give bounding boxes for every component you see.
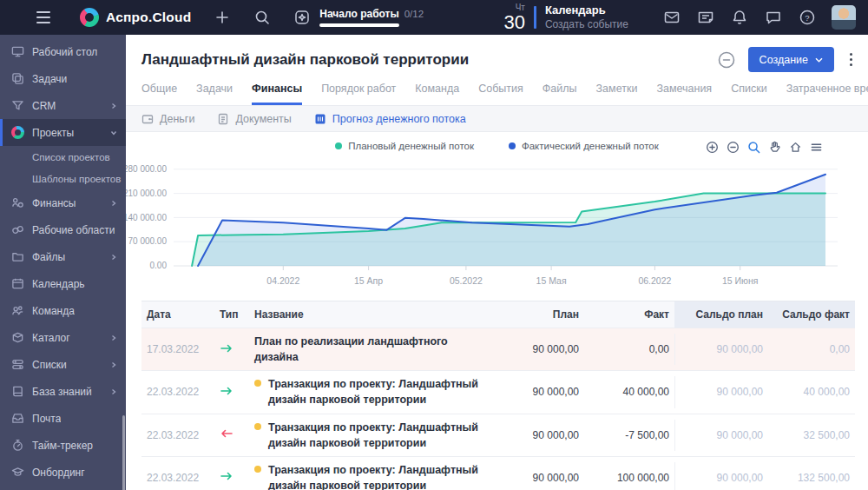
transaction-out-icon xyxy=(220,428,233,439)
svg-text:280 000.00: 280 000.00 xyxy=(126,164,167,174)
sidebar-item-files[interactable]: Файлы xyxy=(0,243,126,270)
tab-finance[interactable]: Финансы xyxy=(252,83,302,105)
chat-icon[interactable] xyxy=(765,9,782,26)
tab-time-spent[interactable]: Затраченное время xyxy=(786,83,868,105)
transaction-name: Транзакция по проекту: Ландшафтный дизай… xyxy=(268,462,492,490)
tab-events[interactable]: События xyxy=(478,83,523,105)
lists-icon xyxy=(11,358,24,371)
sidebar-item-team[interactable]: Команда xyxy=(0,297,126,324)
notes-icon[interactable] xyxy=(697,9,714,26)
calendar-title: Календарь xyxy=(545,3,628,17)
svg-text:06.2022: 06.2022 xyxy=(638,275,671,286)
tab-notes[interactable]: Заметки xyxy=(596,83,638,105)
files-icon xyxy=(11,250,24,263)
home-icon[interactable] xyxy=(789,141,802,154)
sidebar-item-desktop[interactable]: Рабочий стол xyxy=(0,38,126,65)
search-icon xyxy=(253,9,271,26)
user-avatar[interactable] xyxy=(832,5,856,30)
desktop-icon xyxy=(11,45,24,58)
transaction-in-icon xyxy=(220,471,233,481)
chevron-right-icon xyxy=(110,361,117,368)
sidebar-scrollbar[interactable] xyxy=(122,415,125,490)
graduation-cap-icon xyxy=(11,466,24,479)
sidebar-item-knowledge-base[interactable]: База знаний xyxy=(0,378,126,405)
getting-started[interactable]: Начало работы 0/12 xyxy=(293,8,424,27)
tab-remarks[interactable]: Замечания xyxy=(656,83,712,105)
cashflow-chart[interactable]: 0.0070 000.00140 000.00210 000.00280 000… xyxy=(126,158,859,288)
zoom-in-icon[interactable] xyxy=(706,141,719,154)
create-button[interactable]: Создание xyxy=(748,47,834,72)
sidebar-item-calendar[interactable]: Календарь xyxy=(0,270,126,297)
zoom-out-icon[interactable] xyxy=(727,141,740,154)
tab-team[interactable]: Команда xyxy=(415,83,459,105)
sidebar-item-workspaces[interactable]: Рабочие области xyxy=(0,216,126,243)
chevron-down-icon xyxy=(110,129,117,136)
more-options-icon[interactable] xyxy=(846,51,856,68)
table-row[interactable]: 22.03.2022 Транзакция по проекту: Ландша… xyxy=(141,456,855,490)
weekday-label: Чт xyxy=(516,3,525,12)
subtab-money[interactable]: Деньги xyxy=(141,113,194,125)
sidebar-item-tasks[interactable]: Задачи xyxy=(0,65,126,92)
logo-text: Аспро.Cloud xyxy=(106,10,191,25)
sidebar-item-mail[interactable]: Почта xyxy=(0,405,126,432)
table-row[interactable]: 22.03.2022 Транзакция по проекту: Ландша… xyxy=(141,414,855,456)
subtab-documents[interactable]: Документы xyxy=(217,113,291,125)
add-button[interactable] xyxy=(214,9,231,26)
svg-text:15 Апр: 15 Апр xyxy=(354,275,383,286)
plus-icon xyxy=(214,9,231,26)
crm-icon xyxy=(11,99,24,112)
legend-fact[interactable]: Фактический денежный поток xyxy=(509,141,659,151)
projects-icon xyxy=(11,126,24,139)
sidebar-subitem-project-templates[interactable]: Шаблоны проектов xyxy=(0,168,126,189)
col-date: Дата xyxy=(141,308,214,321)
copy-link-icon[interactable] xyxy=(717,50,736,70)
status-dot xyxy=(254,380,261,387)
tab-work-order[interactable]: Порядок работ xyxy=(321,83,396,105)
tab-files[interactable]: Файлы xyxy=(542,83,577,105)
sidebar-item-catalog[interactable]: Каталог xyxy=(0,324,126,351)
cashflow-chart-section: Плановый денежный поток Фактический дене… xyxy=(126,132,868,288)
wallet-icon xyxy=(141,113,154,125)
tab-lists[interactable]: Списки xyxy=(731,83,766,105)
chart-menu-icon[interactable] xyxy=(810,141,823,154)
mail-icon[interactable] xyxy=(663,9,681,26)
forecast-icon xyxy=(314,113,326,125)
col-type: Тип xyxy=(214,308,249,321)
table-row[interactable]: 17.03.2022 План по реализации ландшафтно… xyxy=(141,328,855,370)
chevron-right-icon xyxy=(110,103,117,109)
mailbox-icon xyxy=(11,412,24,425)
svg-text:05.2022: 05.2022 xyxy=(450,275,483,286)
sidebar-item-onboarding[interactable]: Онбординг xyxy=(0,459,126,486)
box-zoom-icon[interactable] xyxy=(747,141,760,154)
tab-tasks[interactable]: Задачи xyxy=(196,83,233,105)
notifications-bell-icon[interactable] xyxy=(731,9,748,26)
sidebar-item-lists[interactable]: Списки xyxy=(0,351,126,378)
workspaces-icon xyxy=(11,223,24,236)
sidebar-item-projects[interactable]: Проекты xyxy=(0,119,126,146)
sidebar-subitem-project-list[interactable]: Список проектов xyxy=(0,146,126,168)
pan-icon[interactable] xyxy=(768,141,781,154)
create-event-link[interactable]: Создать событие xyxy=(545,18,628,31)
getting-started-progressbar xyxy=(319,23,399,27)
tab-general[interactable]: Общие xyxy=(141,83,177,105)
sidebar: Рабочий стол Задачи CRM Проекты Список п… xyxy=(0,35,126,490)
plan-series-dot xyxy=(335,142,342,149)
sidebar-item-finance[interactable]: Финансы xyxy=(0,189,126,216)
help-icon[interactable]: ? xyxy=(799,9,816,26)
subtab-cashflow-forecast[interactable]: Прогноз денежного потока xyxy=(314,113,466,125)
sidebar-item-time-tracker[interactable]: Тайм-трекер xyxy=(0,432,126,459)
svg-text:0.00: 0.00 xyxy=(150,261,168,270)
search-button[interactable] xyxy=(253,9,271,26)
calendar-widget[interactable]: Календарь Создать событие xyxy=(545,3,628,30)
table-row[interactable]: 22.03.2022 Транзакция по проекту: Ландша… xyxy=(141,370,855,413)
catalog-icon xyxy=(11,331,24,344)
topbar: Аспро.Cloud Начало работы 0/12 Чт 30 Кал… xyxy=(0,0,868,35)
svg-text:140 000.00: 140 000.00 xyxy=(126,213,167,222)
document-icon xyxy=(217,113,229,125)
sidebar-item-crm[interactable]: CRM xyxy=(0,92,126,119)
knowledge-base-icon xyxy=(11,385,24,398)
legend-plan[interactable]: Плановый денежный поток xyxy=(335,141,474,151)
app-logo[interactable]: Аспро.Cloud xyxy=(80,8,191,27)
svg-text:210 000.00: 210 000.00 xyxy=(126,189,167,198)
menu-toggle-icon[interactable] xyxy=(36,11,50,23)
